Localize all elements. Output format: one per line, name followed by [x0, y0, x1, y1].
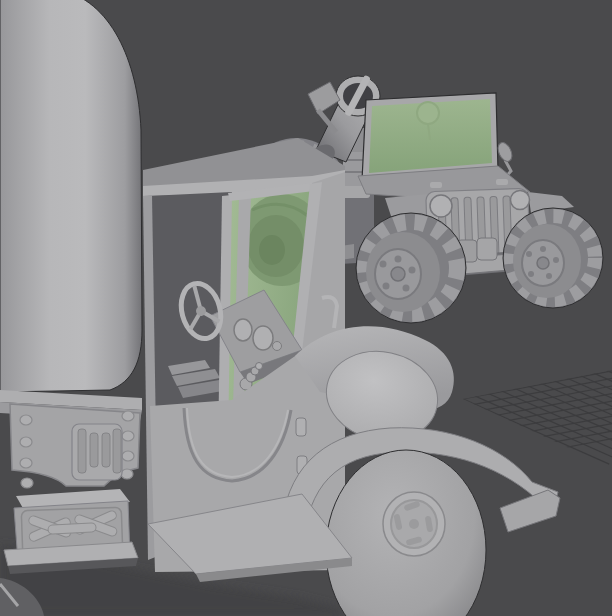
hubcap-center: [409, 519, 419, 529]
lug-hole: [553, 257, 559, 263]
vent-bar: [113, 429, 121, 473]
lug-hole: [383, 283, 390, 290]
rivet: [122, 451, 134, 461]
x-brace-bar: [48, 523, 96, 534]
hubcap: [383, 492, 445, 556]
lug-hole: [528, 271, 534, 277]
lug-hole: [380, 261, 387, 268]
lug-hole: [526, 251, 532, 257]
lug-hole: [395, 256, 402, 263]
lug-hole: [540, 246, 546, 252]
gauge: [234, 319, 252, 341]
rivet: [122, 411, 134, 421]
jeep-headlight-left: [430, 195, 452, 217]
scene-canvas[interactable]: [0, 0, 612, 616]
dash-knob: [273, 342, 282, 351]
rivet: [20, 415, 32, 425]
rivet: [122, 431, 134, 441]
tinted-jeep-hub: [259, 235, 285, 265]
hood-hinge: [430, 182, 442, 188]
hub: [391, 267, 405, 281]
glass-detail-circle: [417, 102, 439, 124]
rivet: [121, 469, 133, 479]
door-hinge: [296, 418, 306, 436]
lever-knob: [256, 363, 263, 370]
jeep-windshield: [362, 93, 498, 180]
lug-hole: [546, 273, 552, 279]
lug-hole: [403, 285, 410, 292]
toolbox: [4, 489, 138, 574]
lug-hole: [409, 267, 416, 274]
jeep-front-right-wheel: [503, 208, 603, 308]
gauge: [253, 326, 273, 350]
rivet: [20, 458, 32, 468]
bumper-box: [477, 238, 497, 260]
vent-bar: [90, 433, 98, 467]
rivet: [20, 437, 32, 447]
viewport[interactable]: [0, 0, 612, 616]
vent-bar: [78, 429, 86, 473]
hub: [537, 257, 549, 269]
hood-hinge: [496, 179, 508, 185]
rivet: [21, 478, 33, 488]
vent-bar: [102, 433, 110, 467]
truck-tank: [0, 0, 142, 392]
jeep-headlight-right: [511, 191, 530, 210]
jeep-front-left-wheel: [356, 213, 466, 323]
